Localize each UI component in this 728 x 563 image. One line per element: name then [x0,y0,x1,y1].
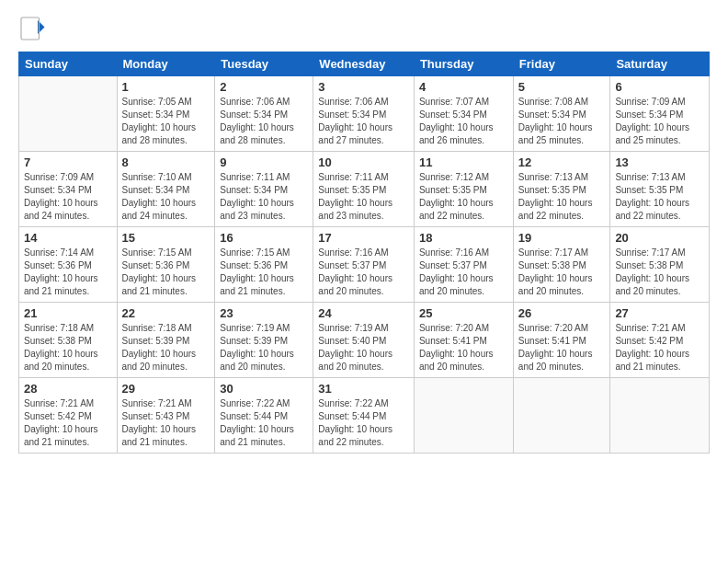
day-number: 30 [220,382,308,396]
calendar-cell [19,76,118,152]
day-number: 1 [122,80,210,94]
day-info: Sunrise: 7:08 AM Sunset: 5:34 PM Dayligh… [518,96,606,147]
calendar-cell: 12Sunrise: 7:13 AM Sunset: 5:35 PM Dayli… [513,152,610,227]
calendar-cell: 15Sunrise: 7:15 AM Sunset: 5:36 PM Dayli… [117,227,215,303]
calendar-cell: 21Sunrise: 7:18 AM Sunset: 5:38 PM Dayli… [19,303,118,378]
day-info: Sunrise: 7:18 AM Sunset: 5:39 PM Dayligh… [122,322,210,373]
calendar-week-2: 7Sunrise: 7:09 AM Sunset: 5:34 PM Daylig… [19,152,710,227]
calendar-cell: 6Sunrise: 7:09 AM Sunset: 5:34 PM Daylig… [610,76,710,152]
day-number: 13 [615,155,704,169]
day-info: Sunrise: 7:07 AM Sunset: 5:34 PM Dayligh… [419,96,508,147]
day-info: Sunrise: 7:09 AM Sunset: 5:34 PM Dayligh… [24,171,112,223]
day-number: 12 [518,155,606,169]
day-info: Sunrise: 7:13 AM Sunset: 5:35 PM Dayligh… [518,171,606,223]
calendar-cell: 29Sunrise: 7:21 AM Sunset: 5:43 PM Dayli… [117,378,215,454]
day-number: 16 [220,231,308,245]
header [18,15,710,42]
day-number: 9 [220,155,308,169]
day-info: Sunrise: 7:16 AM Sunset: 5:37 PM Dayligh… [419,247,508,298]
calendar-week-3: 14Sunrise: 7:14 AM Sunset: 5:36 PM Dayli… [19,227,710,303]
day-number: 28 [24,382,112,396]
day-number: 4 [419,80,508,94]
calendar-week-5: 28Sunrise: 7:21 AM Sunset: 5:42 PM Dayli… [19,378,710,454]
calendar-cell [414,378,513,454]
calendar-cell: 10Sunrise: 7:11 AM Sunset: 5:35 PM Dayli… [313,152,415,227]
calendar-week-1: 1Sunrise: 7:05 AM Sunset: 5:34 PM Daylig… [19,76,710,152]
calendar-cell [610,378,710,454]
day-info: Sunrise: 7:12 AM Sunset: 5:35 PM Dayligh… [419,171,508,223]
logo-icon [18,15,46,42]
day-info: Sunrise: 7:20 AM Sunset: 5:41 PM Dayligh… [419,322,508,373]
calendar-cell: 26Sunrise: 7:20 AM Sunset: 5:41 PM Dayli… [513,303,610,378]
calendar-cell: 23Sunrise: 7:19 AM Sunset: 5:39 PM Dayli… [215,303,313,378]
calendar-cell: 3Sunrise: 7:06 AM Sunset: 5:34 PM Daylig… [313,76,415,152]
calendar-cell: 2Sunrise: 7:06 AM Sunset: 5:34 PM Daylig… [215,76,313,152]
day-info: Sunrise: 7:13 AM Sunset: 5:35 PM Dayligh… [615,171,704,223]
day-number: 11 [419,155,508,169]
day-number: 17 [318,231,409,245]
header-cell-thursday: Thursday [414,52,513,76]
day-number: 5 [518,80,606,94]
day-number: 19 [518,231,606,245]
day-number: 21 [24,306,112,320]
day-info: Sunrise: 7:06 AM Sunset: 5:34 PM Dayligh… [318,96,409,147]
header-cell-sunday: Sunday [19,52,118,76]
day-number: 29 [122,382,210,396]
day-number: 22 [122,306,210,320]
day-info: Sunrise: 7:17 AM Sunset: 5:38 PM Dayligh… [518,247,606,298]
calendar-cell: 28Sunrise: 7:21 AM Sunset: 5:42 PM Dayli… [19,378,118,454]
calendar-cell: 20Sunrise: 7:17 AM Sunset: 5:38 PM Dayli… [610,227,710,303]
day-info: Sunrise: 7:15 AM Sunset: 5:36 PM Dayligh… [220,247,308,298]
day-info: Sunrise: 7:10 AM Sunset: 5:34 PM Dayligh… [122,171,210,223]
day-number: 14 [24,231,112,245]
calendar-cell: 24Sunrise: 7:19 AM Sunset: 5:40 PM Dayli… [313,303,415,378]
day-info: Sunrise: 7:21 AM Sunset: 5:43 PM Dayligh… [122,397,210,449]
day-info: Sunrise: 7:17 AM Sunset: 5:38 PM Dayligh… [615,247,704,298]
logo [18,15,50,42]
day-info: Sunrise: 7:11 AM Sunset: 5:35 PM Dayligh… [318,171,409,223]
calendar-cell: 30Sunrise: 7:22 AM Sunset: 5:44 PM Dayli… [215,378,313,454]
day-number: 7 [24,155,112,169]
header-cell-wednesday: Wednesday [313,52,415,76]
calendar-cell: 1Sunrise: 7:05 AM Sunset: 5:34 PM Daylig… [117,76,215,152]
day-number: 6 [615,80,704,94]
day-number: 20 [615,231,704,245]
day-number: 8 [122,155,210,169]
calendar-body: 1Sunrise: 7:05 AM Sunset: 5:34 PM Daylig… [19,76,710,454]
day-info: Sunrise: 7:05 AM Sunset: 5:34 PM Dayligh… [122,96,210,147]
header-cell-friday: Friday [513,52,610,76]
header-cell-tuesday: Tuesday [215,52,313,76]
calendar-cell: 13Sunrise: 7:13 AM Sunset: 5:35 PM Dayli… [610,152,710,227]
calendar-cell: 25Sunrise: 7:20 AM Sunset: 5:41 PM Dayli… [414,303,513,378]
day-info: Sunrise: 7:06 AM Sunset: 5:34 PM Dayligh… [220,96,308,147]
day-info: Sunrise: 7:21 AM Sunset: 5:42 PM Dayligh… [615,322,704,373]
day-number: 10 [318,155,409,169]
svg-rect-1 [21,17,40,40]
day-info: Sunrise: 7:11 AM Sunset: 5:34 PM Dayligh… [220,171,308,223]
day-info: Sunrise: 7:14 AM Sunset: 5:36 PM Dayligh… [24,247,112,298]
calendar-cell: 5Sunrise: 7:08 AM Sunset: 5:34 PM Daylig… [513,76,610,152]
day-number: 27 [615,306,704,320]
day-info: Sunrise: 7:09 AM Sunset: 5:34 PM Dayligh… [615,96,704,147]
calendar-cell: 22Sunrise: 7:18 AM Sunset: 5:39 PM Dayli… [117,303,215,378]
calendar-cell: 27Sunrise: 7:21 AM Sunset: 5:42 PM Dayli… [610,303,710,378]
day-info: Sunrise: 7:22 AM Sunset: 5:44 PM Dayligh… [220,397,308,449]
day-number: 26 [518,306,606,320]
day-info: Sunrise: 7:15 AM Sunset: 5:36 PM Dayligh… [122,247,210,298]
calendar-cell: 8Sunrise: 7:10 AM Sunset: 5:34 PM Daylig… [117,152,215,227]
header-cell-monday: Monday [117,52,215,76]
calendar: SundayMondayTuesdayWednesdayThursdayFrid… [18,52,710,454]
day-number: 25 [419,306,508,320]
calendar-cell: 17Sunrise: 7:16 AM Sunset: 5:37 PM Dayli… [313,227,415,303]
day-info: Sunrise: 7:19 AM Sunset: 5:40 PM Dayligh… [318,322,409,373]
calendar-cell: 11Sunrise: 7:12 AM Sunset: 5:35 PM Dayli… [414,152,513,227]
day-number: 15 [122,231,210,245]
page: SundayMondayTuesdayWednesdayThursdayFrid… [0,0,728,563]
day-number: 23 [220,306,308,320]
day-info: Sunrise: 7:19 AM Sunset: 5:39 PM Dayligh… [220,322,308,373]
day-info: Sunrise: 7:16 AM Sunset: 5:37 PM Dayligh… [318,247,409,298]
day-number: 31 [318,382,409,396]
calendar-cell: 18Sunrise: 7:16 AM Sunset: 5:37 PM Dayli… [414,227,513,303]
header-cell-saturday: Saturday [610,52,710,76]
calendar-cell: 31Sunrise: 7:22 AM Sunset: 5:44 PM Dayli… [313,378,415,454]
